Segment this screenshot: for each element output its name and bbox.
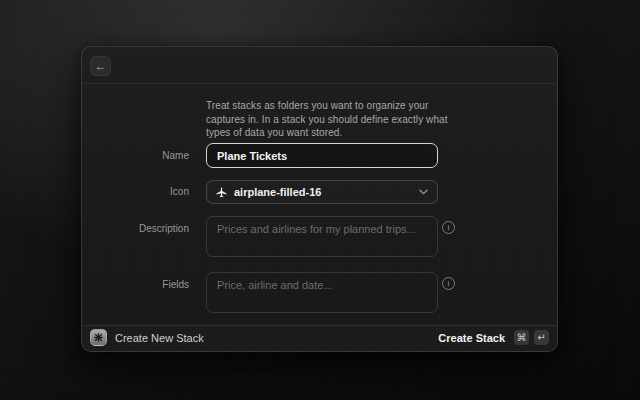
arrow-left-icon: ← <box>95 57 107 75</box>
icon-label: Icon <box>82 180 189 204</box>
action-bar: Create New Stack Create Stack ⌘ ↵ <box>82 324 557 351</box>
header-divider <box>82 83 557 84</box>
description-label: Description <box>82 223 189 234</box>
airplane-icon <box>216 187 227 198</box>
icon-select[interactable]: airplane-filled-16 <box>206 180 438 204</box>
intro-text: Treat stacks as folders you want to orga… <box>206 99 468 140</box>
back-button[interactable]: ← <box>90 56 111 76</box>
icon-field-row: Icon airplane-filled-16 <box>82 180 557 204</box>
action-bar-left: Create New Stack <box>90 329 204 346</box>
description-field-row: Description i <box>82 216 557 257</box>
icon-select-value: airplane-filled-16 <box>234 186 412 198</box>
fields-field-row: Fields i <box>82 272 557 313</box>
fields-textarea[interactable] <box>206 272 438 313</box>
command-key-icon: ⌘ <box>514 330 529 345</box>
description-textarea[interactable] <box>206 216 438 257</box>
desktop-background: ← Treat stacks as folders you want to or… <box>0 0 640 400</box>
return-key-icon: ↵ <box>534 330 549 345</box>
create-stack-button[interactable]: Create Stack ⌘ ↵ <box>438 330 549 345</box>
name-label: Name <box>82 143 189 168</box>
create-new-stack-dialog: ← Treat stacks as folders you want to or… <box>81 46 558 352</box>
app-logo-icon <box>90 329 107 346</box>
command-title: Create New Stack <box>115 332 204 344</box>
info-icon: i <box>442 221 455 234</box>
create-stack-label: Create Stack <box>438 332 505 344</box>
fields-label: Fields <box>82 279 189 290</box>
name-field-row: Name <box>82 143 557 168</box>
dialog-header: ← <box>82 47 557 83</box>
name-input[interactable] <box>206 143 438 168</box>
info-icon: i <box>442 277 455 290</box>
chevron-down-icon <box>419 189 428 195</box>
